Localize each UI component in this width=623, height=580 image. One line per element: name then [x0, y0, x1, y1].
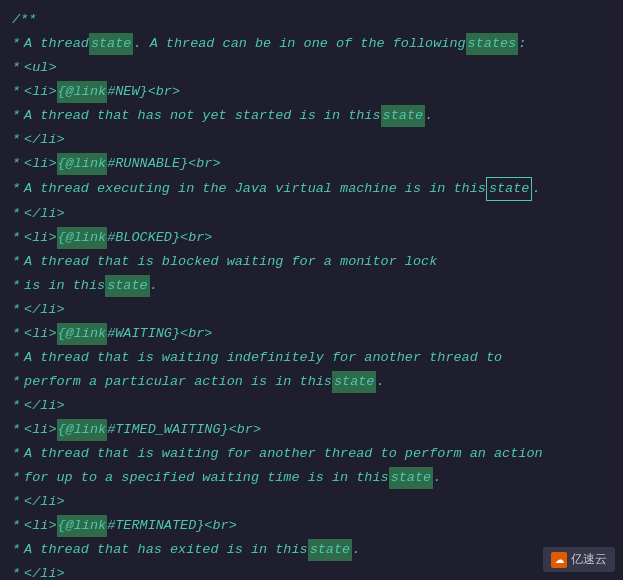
- link-blocked: {@link: [57, 227, 108, 249]
- line9-text: </li>: [24, 203, 65, 225]
- code-line-11: * A thread that is blocked waiting for a…: [0, 250, 623, 274]
- code-view: /** * A thread state . A thread can be i…: [0, 0, 623, 580]
- line23-text1: A thread that has exited is in this: [24, 539, 308, 561]
- highlight-state-6: state: [308, 539, 353, 561]
- line7-text1: <li>: [24, 153, 56, 175]
- star: *: [12, 347, 20, 369]
- line16-text1: perform a particular action is in this: [24, 371, 332, 393]
- star: *: [12, 153, 20, 175]
- star: *: [12, 491, 20, 513]
- code-line-24: * </li>: [0, 562, 623, 580]
- watermark-text: 亿速云: [571, 551, 607, 568]
- watermark: ☁ 亿速云: [543, 547, 615, 572]
- star: *: [12, 563, 20, 580]
- code-line-5: * A thread that has not yet started is i…: [0, 104, 623, 128]
- line2-text2: . A thread can be in one of the followin…: [133, 33, 465, 55]
- code-line-1: /**: [0, 8, 623, 32]
- code-line-18: * <li> {@link #TIMED_WAITING}<br>: [0, 418, 623, 442]
- line20-text2: .: [433, 467, 441, 489]
- line14-text1: <li>: [24, 323, 56, 345]
- line24-text: </li>: [24, 563, 65, 580]
- code-line-7: * <li> {@link #RUNNABLE}<br>: [0, 152, 623, 176]
- line12-text2: .: [150, 275, 158, 297]
- highlight-state-3: state: [105, 275, 150, 297]
- star: *: [12, 467, 20, 489]
- link-runnable: {@link: [57, 153, 108, 175]
- line8-text1: A thread executing in the Java virtual m…: [24, 178, 486, 200]
- code-line-22: * <li> {@link #TERMINATED}<br>: [0, 514, 623, 538]
- star: *: [12, 539, 20, 561]
- line22-text2: #TERMINATED}<br>: [107, 515, 237, 537]
- highlight-state-5: state: [389, 467, 434, 489]
- star: *: [12, 275, 20, 297]
- link-timed-waiting: {@link: [57, 419, 108, 441]
- line13-text: </li>: [24, 299, 65, 321]
- code-line-8: * A thread executing in the Java virtual…: [0, 176, 623, 202]
- line2-text1: A thread: [24, 33, 89, 55]
- code-line-19: * A thread that is waiting for another t…: [0, 442, 623, 466]
- code-line-23: * A thread that has exited is in this st…: [0, 538, 623, 562]
- line11-text: A thread that is blocked waiting for a m…: [24, 251, 437, 273]
- code-line-6: * </li>: [0, 128, 623, 152]
- line10-text1: <li>: [24, 227, 56, 249]
- star: *: [12, 419, 20, 441]
- line23-text2: .: [352, 539, 360, 561]
- code-line-14: * <li> {@link #WAITING}<br>: [0, 322, 623, 346]
- highlight-state-2: state: [381, 105, 426, 127]
- highlight-state-border: state: [486, 177, 533, 201]
- line20-text1: for up to a specified waiting time is in…: [24, 467, 389, 489]
- highlight-state-4: state: [332, 371, 377, 393]
- line14-text2: #WAITING}<br>: [107, 323, 212, 345]
- line15-text: A thread that is waiting indefinitely fo…: [24, 347, 502, 369]
- star: *: [12, 203, 20, 225]
- line10-text2: #BLOCKED}<br>: [107, 227, 212, 249]
- line19-text: A thread that is waiting for another thr…: [24, 443, 542, 465]
- line3-text: <ul>: [24, 57, 56, 79]
- code-line-12: * is in this state .: [0, 274, 623, 298]
- line16-text2: .: [376, 371, 384, 393]
- code-line-10: * <li> {@link #BLOCKED}<br>: [0, 226, 623, 250]
- highlight-state-1: state: [89, 33, 134, 55]
- code-line-2: * A thread state . A thread can be in on…: [0, 32, 623, 56]
- star: *: [12, 105, 20, 127]
- star: *: [12, 81, 20, 103]
- line18-text1: <li>: [24, 419, 56, 441]
- link-waiting: {@link: [57, 323, 108, 345]
- line6-text: </li>: [24, 129, 65, 151]
- code-line-15: * A thread that is waiting indefinitely …: [0, 346, 623, 370]
- star: *: [12, 515, 20, 537]
- comment-open: /**: [12, 9, 36, 31]
- line5-text2: .: [425, 105, 433, 127]
- link-new: {@link: [57, 81, 108, 103]
- star: *: [12, 129, 20, 151]
- line12-text1: is in this: [24, 275, 105, 297]
- link-terminated: {@link: [57, 515, 108, 537]
- star: *: [12, 443, 20, 465]
- star: *: [12, 57, 20, 79]
- line8-text2: .: [532, 178, 540, 200]
- code-line-13: * </li>: [0, 298, 623, 322]
- line4-text1: <li>: [24, 81, 56, 103]
- code-line-9: * </li>: [0, 202, 623, 226]
- line4-text2: #NEW}<br>: [107, 81, 180, 103]
- line17-text: </li>: [24, 395, 65, 417]
- code-line-16: * perform a particular action is in this…: [0, 370, 623, 394]
- code-line-3: * <ul>: [0, 56, 623, 80]
- watermark-icon: ☁: [551, 552, 567, 568]
- star: *: [12, 227, 20, 249]
- line22-text1: <li>: [24, 515, 56, 537]
- code-line-4: * <li> {@link #NEW}<br>: [0, 80, 623, 104]
- code-line-17: * </li>: [0, 394, 623, 418]
- line7-text2: #RUNNABLE}<br>: [107, 153, 220, 175]
- star: *: [12, 371, 20, 393]
- line18-text2: #TIMED_WAITING}<br>: [107, 419, 261, 441]
- highlight-states: states: [466, 33, 519, 55]
- code-line-20: * for up to a specified waiting time is …: [0, 466, 623, 490]
- star: *: [12, 178, 20, 200]
- line21-text: </li>: [24, 491, 65, 513]
- star: *: [12, 33, 20, 55]
- line5-text1: A thread that has not yet started is in …: [24, 105, 380, 127]
- star: *: [12, 395, 20, 417]
- star: *: [12, 251, 20, 273]
- code-line-21: * </li>: [0, 490, 623, 514]
